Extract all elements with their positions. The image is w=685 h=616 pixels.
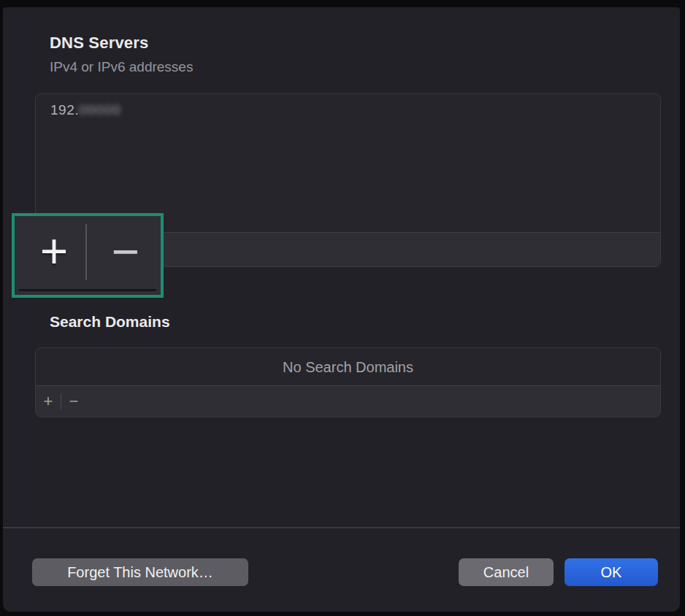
remove-dns-server-button[interactable]: − bbox=[96, 222, 155, 280]
dns-entry-prefix: 192. bbox=[50, 102, 79, 118]
dns-controls-highlight-callout: + − bbox=[12, 213, 164, 298]
footer-separator bbox=[3, 527, 680, 528]
ok-button[interactable]: OK bbox=[565, 558, 658, 586]
cancel-button[interactable]: Cancel bbox=[459, 558, 554, 586]
dialog-panel: DNS Servers IPv4 or IPv6 addresses 192.0… bbox=[3, 7, 680, 612]
search-domains-title: Search Domains bbox=[50, 313, 170, 331]
dns-servers-subtitle: IPv4 or IPv6 addresses bbox=[50, 59, 193, 75]
dns-entry-redacted: 00000 bbox=[79, 102, 121, 118]
callout-bottom-edge bbox=[19, 289, 156, 291]
add-dns-server-button[interactable]: + bbox=[25, 222, 83, 280]
remove-search-domain-button[interactable]: − bbox=[61, 393, 86, 409]
search-list-footer: + − bbox=[36, 385, 660, 417]
dns-servers-title: DNS Servers bbox=[50, 34, 149, 53]
add-search-domain-button[interactable]: + bbox=[36, 393, 61, 409]
forget-this-network-button[interactable]: Forget This Network… bbox=[32, 558, 248, 586]
dns-entry[interactable]: 192.00000 bbox=[50, 102, 121, 118]
search-domains-list[interactable]: No Search Domains + − bbox=[35, 347, 661, 417]
search-domains-empty-label: No Search Domains bbox=[36, 348, 660, 386]
controls-divider bbox=[85, 224, 87, 280]
